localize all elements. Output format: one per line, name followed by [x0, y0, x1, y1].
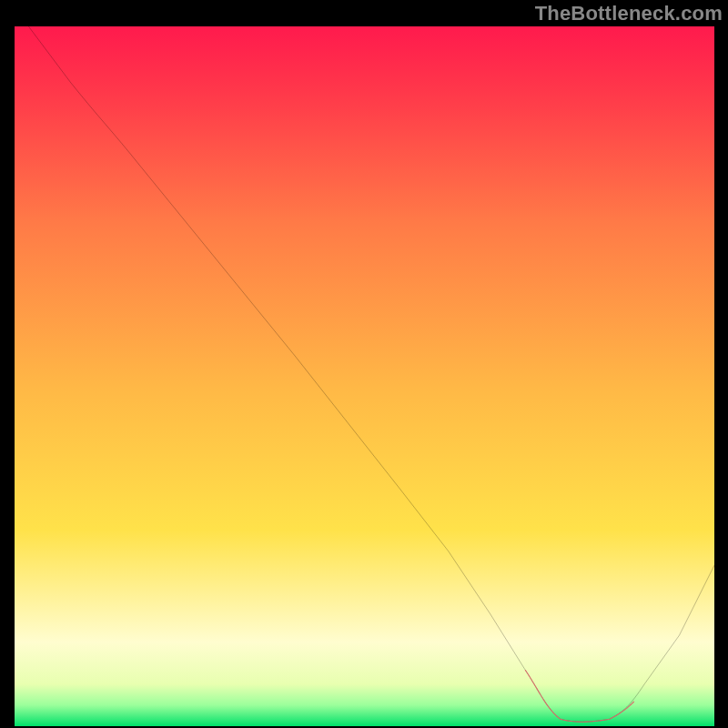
gradient-plot-area: [15, 26, 714, 726]
bottleneck-chart: [15, 26, 714, 726]
brand-watermark: TheBottleneck.com: [535, 2, 723, 25]
chart-container: { "brand": "TheBottleneck.com", "chart_d…: [0, 0, 728, 728]
